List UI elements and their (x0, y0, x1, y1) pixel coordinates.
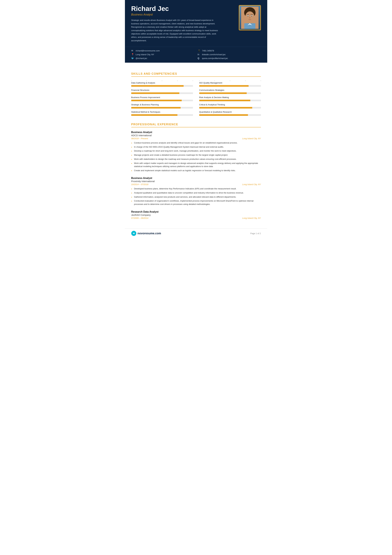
experience-block-2: Business Analyst Proximity International… (131, 177, 261, 206)
skill-bar-fill (199, 114, 248, 116)
experience-section-title: PROFESSIONAL EXPERIENCE (131, 123, 261, 127)
skill-bar-fill (199, 92, 247, 94)
skill-ticks-left (131, 80, 193, 81)
job-title-1: Business Analyst (131, 131, 261, 134)
bullet-item: Develop a roadmap for short and long-ter… (131, 149, 261, 153)
skill-bar-track (131, 107, 193, 109)
experience-block-3: Research Data Analyst JezRAH Company 07/… (131, 210, 261, 219)
linkedin-value: linkedin.com/in/richard.jec (202, 53, 226, 56)
skill-bar-track (131, 100, 193, 101)
exp-meta-2: 10/2014 – 07/2018 Long Island City, NY (131, 183, 261, 186)
skill-bar-track (199, 92, 261, 94)
contact-phone: 📱 7481 345678 (198, 49, 261, 52)
bullet-item: Work with stakeholders to design the roa… (131, 158, 261, 161)
skill-name: ISO Quality Management (199, 82, 261, 84)
bullet-item: Gathered information, analyzed new produ… (131, 195, 261, 199)
exp-bullets-2: Developed business plans, determine Key … (131, 187, 261, 206)
skill-name: Financial Structures (131, 89, 193, 92)
exp-location-1: Long Island City, NY (242, 137, 261, 140)
skill-name: Quantitative & Qualitative Research (199, 111, 261, 113)
bullet-item: Work with subject matter experts and man… (131, 162, 261, 168)
skill-name: Communications Strategies (199, 89, 261, 92)
exp-meta-1: 08/2018 – Present Long Island City, NY (131, 137, 261, 140)
svg-point-11 (245, 15, 246, 18)
email-icon: ✉ (131, 49, 134, 52)
skill-bar-fill (199, 107, 252, 109)
phone-icon: 📱 (198, 49, 201, 52)
skill-name: Risk Analysis & Decision Making (199, 96, 261, 99)
job-title-2: Business Analyst (131, 177, 261, 180)
candidate-summary: Strategic and results-driven Business An… (131, 19, 220, 42)
skill-bar-track (199, 100, 261, 101)
exp-bullets-1: Conduct business process analysis and id… (131, 141, 261, 172)
header: Richard Jec Business Analyst Strategic a… (125, 0, 267, 47)
quora-value: quora.com/profile/richard.jec (202, 57, 228, 59)
skill-bar-track (131, 114, 193, 116)
skill-name: Statistical Method & Techniques (131, 111, 193, 113)
svg-point-10 (251, 15, 252, 16)
exp-dates-3: 07/2009 – 09/2014 (131, 217, 148, 219)
skill-name: Critical & Analytical Thinking (199, 103, 261, 106)
exp-dates-2: 10/2014 – 07/2018 (131, 183, 148, 186)
linkedin-icon: in (198, 53, 201, 56)
location-icon: 📍 (131, 53, 134, 56)
job-title-3: Research Data Analyst (131, 210, 261, 213)
quora-icon: Q (198, 57, 201, 59)
experience-block-1: Business Analyst ADCD International 08/2… (131, 131, 261, 172)
skill-bar-track (131, 92, 193, 94)
bullet-item: Analyzed qualitative and quantitative da… (131, 191, 261, 195)
exp-meta-3: 07/2009 – 09/2014 Long Island City, NY (131, 217, 261, 219)
footer-brand: novoresume.com (131, 231, 161, 236)
candidate-name: Richard Jec (131, 5, 234, 12)
twitter-value: @richard.jec (136, 57, 147, 59)
photo-placeholder (239, 6, 260, 30)
skill-name: Data Gathering & Analysis (131, 82, 193, 84)
skill-item-critical: Critical & Analytical Thinking (199, 103, 261, 109)
skill-item-risk: Risk Analysis & Decision Making (199, 96, 261, 101)
skill-bar-track (199, 107, 261, 109)
skill-bar-fill (131, 107, 181, 109)
skill-bar-fill (199, 100, 250, 101)
svg-point-12 (253, 15, 255, 18)
footer: novoresume.com Page 1 of 2 (125, 228, 267, 238)
company-name-1: ADCD International (131, 134, 261, 137)
contact-quora: Q quora.com/profile/richard.jec (198, 57, 261, 59)
skills-right-column: ISO Quality Management Communications St… (199, 80, 261, 118)
skill-bar-track (131, 85, 193, 87)
company-name-3: JezRAH Company (131, 214, 261, 216)
exp-location-3: Long Island City, NY (242, 217, 261, 219)
candidate-title: Business Analyst (131, 13, 234, 16)
contact-bar: ✉ richard@novoresume.com 📱 7481 345678 📍… (125, 47, 267, 63)
skills-grid: Data Gathering & Analysis Financial Stru… (131, 80, 261, 118)
skill-item-data-gathering: Data Gathering & Analysis (131, 82, 193, 87)
skills-left-column: Data Gathering & Analysis Financial Stru… (131, 80, 193, 118)
skill-item-quantitative: Quantitative & Qualitative Research (199, 111, 261, 116)
skill-bar-fill (131, 85, 184, 87)
skill-bar-fill (199, 85, 249, 87)
skill-item-communications: Communications Strategies (199, 89, 261, 94)
footer-page-number: Page 1 of 2 (250, 232, 261, 235)
contact-twitter: 🐦 @richard.jec (131, 57, 194, 59)
skill-item-iso: ISO Quality Management (199, 82, 261, 87)
location-value: Long Island City, NY (136, 53, 154, 56)
skill-bar-fill (131, 100, 182, 101)
exp-location-2: Long Island City, NY (242, 183, 261, 186)
skill-item-financial: Financial Structures (131, 89, 193, 94)
bullet-item: Developed business plans, determine Key … (131, 187, 261, 190)
novoresume-logo-icon (131, 231, 136, 236)
contact-linkedin: in linkedin.com/in/richard.jec (198, 53, 261, 56)
contact-email: ✉ richard@novoresume.com (131, 49, 194, 52)
skill-item-statistical: Statistical Method & Techniques (131, 111, 193, 116)
skills-section-title: SKILLS AND COMPETENCIES (131, 72, 261, 77)
skill-bar-fill (131, 114, 178, 116)
skill-name: Business Process Improvement (131, 96, 193, 99)
skill-ticks-right (199, 80, 261, 81)
exp-dates-1: 08/2018 – Present (131, 137, 148, 140)
main-content: SKILLS AND COMPETENCIES Data Gathering &… (125, 63, 267, 228)
phone-value: 7481 345678 (202, 50, 214, 52)
twitter-icon: 🐦 (131, 57, 134, 59)
bullet-item: Conducted evaluation of organization's w… (131, 199, 261, 206)
bullet-item: Create and implement simple statistical … (131, 169, 261, 172)
svg-point-9 (248, 15, 249, 16)
contact-location: 📍 Long Island City, NY (131, 53, 194, 56)
